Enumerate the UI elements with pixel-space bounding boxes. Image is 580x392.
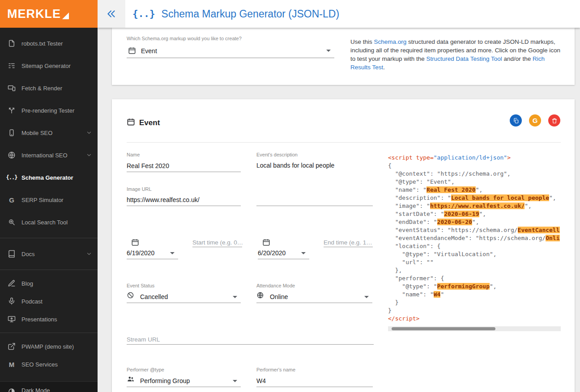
trash-icon: [551, 118, 558, 124]
chevron-down-icon: [170, 252, 175, 254]
m-letter-icon: M: [7, 360, 16, 369]
schema-type-selected-value: Event: [141, 47, 157, 55]
chevron-down-icon: [233, 296, 237, 298]
dark-mode-icon: [7, 387, 16, 392]
code-scrollbar[interactable]: [388, 326, 561, 331]
group-icon: [127, 375, 135, 385]
attendance-mode-select[interactable]: Attendance Mode Online: [256, 283, 372, 303]
calendar-icon: [262, 238, 270, 248]
smartphone-icon: [7, 128, 16, 137]
description-field[interactable]: Event's description Local bands for loca…: [256, 152, 373, 206]
chevron-down-icon: [326, 50, 331, 52]
schema-selector-card: Which Schema.org markup would you like t…: [112, 28, 575, 85]
sidebar-item-pwamp[interactable]: PWAMP (demo site): [0, 337, 98, 355]
json-ld-code: <script type="application/ld+json">{ "@c…: [388, 154, 561, 324]
sidebar-item-presentations[interactable]: Presentations: [0, 310, 98, 328]
collapse-sidebar-button[interactable]: [98, 0, 125, 28]
merkle-logo-text: MERKLE: [7, 7, 61, 21]
sidebar-item-local-search-tool[interactable]: Local Search Tool: [0, 211, 98, 233]
sidebar-item-serp-simulator[interactable]: G SERP Simulator: [0, 189, 98, 211]
end-date-picker[interactable]: 6/20/2020: [258, 238, 309, 259]
google-g-icon: G: [533, 117, 538, 124]
sidebar-item-fetch-render[interactable]: Fetch & Render: [0, 77, 98, 99]
app-header: {..} Schema Markup Generator (JSON-LD): [98, 0, 580, 28]
schema-braces-icon: {..}: [132, 8, 155, 19]
code-scrollbar-thumb[interactable]: [392, 327, 495, 330]
chevron-down-icon: [233, 380, 237, 382]
app-root: MERKLE {..} Schema Markup Generator (JSO…: [0, 0, 580, 392]
sidebar-nav: robots.txt Tester Sitemap Generator Fetc…: [0, 28, 98, 373]
chevron-down-icon: [86, 152, 92, 158]
sidebar-item-seo-services[interactable]: M SEO Services: [0, 355, 98, 373]
sidebar-item-mobile-seo[interactable]: Mobile SEO: [0, 122, 98, 144]
sidebar-divider: [0, 238, 98, 238]
sidebar-item-sitemap-generator[interactable]: Sitemap Generator: [0, 55, 98, 77]
sidebar-divider: [0, 270, 98, 270]
divider: [127, 142, 561, 143]
docs-icon: [7, 249, 16, 258]
google-test-button[interactable]: G: [529, 114, 541, 126]
main-content: Which Schema.org markup would you like t…: [98, 28, 580, 392]
braces-icon: {..}: [7, 173, 16, 182]
merkle-logo-triangle-icon: [62, 13, 69, 19]
performer-type-select[interactable]: Performer @type Performing Group: [127, 367, 241, 387]
calendar-icon: [127, 118, 135, 128]
card-actions: G: [510, 114, 560, 126]
performer-name-field[interactable]: Performer's name W4: [256, 367, 373, 387]
page-title: Schema Markup Generator (JSON-LD): [162, 8, 340, 20]
sidebar-item-international-seo[interactable]: International SEO: [0, 144, 98, 166]
calendar-icon: [131, 238, 139, 248]
dark-mode-toggle[interactable]: Dark Mode: [0, 381, 98, 392]
structured-data-testing-tool-link[interactable]: Structured Data Testing Tool: [426, 55, 502, 62]
sidebar: robots.txt Tester Sitemap Generator Fetc…: [0, 28, 98, 392]
globe-icon: [7, 151, 16, 160]
sidebar-item-robots-txt-tester[interactable]: robots.txt Tester: [0, 32, 98, 55]
chevron-down-icon: [364, 296, 369, 298]
chevron-down-icon: [86, 251, 92, 257]
pencil-icon: [7, 279, 16, 288]
collapse-arrow-icon: [106, 8, 117, 20]
devices-icon: [7, 84, 16, 93]
file-icon: [7, 39, 16, 48]
schema-type-select[interactable]: Event: [127, 44, 334, 58]
globe-icon: [256, 291, 264, 301]
end-time-input[interactable]: End time (e.g. 1…: [324, 239, 373, 247]
sidebar-item-podcast[interactable]: Podcast: [0, 292, 98, 310]
image-url-field[interactable]: Image URL https://www.realfest.co.uk/: [127, 186, 241, 206]
sidebar-item-schema-generator[interactable]: {..} Schema Generator: [0, 166, 98, 189]
event-status-select[interactable]: Event Status Cancelled: [127, 283, 241, 303]
sidebar-item-blog[interactable]: Blog: [0, 274, 98, 292]
event-form-card: Event G Name Real Fest 2020 Event's desc…: [112, 99, 575, 392]
copy-markup-button[interactable]: [510, 114, 522, 126]
schema-type-question: Which Schema.org markup would you like t…: [127, 36, 242, 41]
sidebar-item-pre-rendering-tester[interactable]: Pre-rendering Tester: [0, 99, 98, 122]
calendar-icon: [128, 46, 136, 56]
chevron-down-icon: [301, 252, 306, 254]
schema-org-link[interactable]: Schema.org: [374, 38, 407, 45]
event-card-title: Event: [139, 118, 160, 127]
delete-button[interactable]: [548, 114, 560, 126]
split-icon: [7, 106, 16, 115]
copy-icon: [513, 118, 519, 124]
presentation-icon: [7, 315, 16, 324]
merkle-logo[interactable]: MERKLE: [0, 0, 98, 28]
start-time-input[interactable]: Start time (e.g. 0…: [192, 239, 242, 247]
local-search-icon: [7, 218, 16, 227]
sidebar-item-docs[interactable]: Docs: [0, 243, 98, 265]
external-link-icon: [7, 342, 16, 351]
cancelled-icon: [127, 291, 134, 301]
start-date-picker[interactable]: 6/19/2020: [127, 238, 178, 259]
name-field[interactable]: Name Real Fest 2020: [127, 152, 241, 172]
chevron-down-icon: [86, 130, 92, 136]
sitemap-icon: [7, 61, 16, 70]
g-letter-icon: G: [7, 195, 16, 204]
intro-text: Use this Schema.org structured data gene…: [350, 38, 562, 72]
mic-icon: [7, 297, 16, 306]
sidebar-divider: [0, 333, 98, 333]
stream-url-input[interactable]: Stream URL: [127, 335, 374, 345]
